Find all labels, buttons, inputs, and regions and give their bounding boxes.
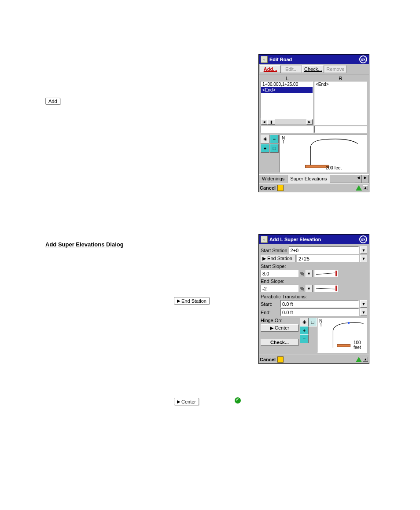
svg-rect-4	[337, 345, 350, 347]
parabolic-transitions-label: Parabolic Transitions:	[261, 294, 367, 299]
tab-scroll-right-icon[interactable]: ►	[362, 175, 369, 183]
end-slope-input[interactable]	[261, 285, 298, 292]
cancel-button[interactable]: Cancel	[260, 185, 276, 191]
svg-line-1	[316, 273, 335, 275]
window-title: Edit Road	[269, 57, 359, 62]
right-info-field	[314, 126, 367, 133]
svg-line-2	[316, 288, 335, 289]
scroll-right-icon[interactable]: ►	[306, 119, 313, 125]
scroll-thumb[interactable]: ▮	[267, 119, 275, 125]
scale-label: 100 feet	[354, 340, 367, 350]
left-info-field	[261, 126, 313, 133]
edit-button: Edit...	[281, 65, 302, 73]
start-station-label: Start Station	[261, 248, 287, 253]
end-slope-dropdown-icon[interactable]: ▼	[306, 285, 313, 292]
pt-end-label: End:	[261, 310, 279, 315]
zoom-tools: ✳ □ + −	[300, 318, 316, 353]
list-item[interactable]: <End>	[314, 81, 367, 87]
left-listbox[interactable]: 1+00.000,1+25.00 <End>	[261, 81, 313, 119]
list-item[interactable]: <End>	[261, 87, 313, 93]
edit-road-window: ⌂ Edit Road ok Add... Edit... Check... R…	[258, 54, 369, 192]
start-station-dropdown-icon[interactable]: ▼	[360, 246, 367, 254]
end-slope-label: End Slope:	[261, 279, 367, 284]
right-listbox[interactable]: <End>	[314, 81, 367, 125]
start-station-input[interactable]	[289, 246, 359, 254]
ok-button[interactable]: ok	[359, 55, 367, 63]
pt-end-dropdown-icon[interactable]: ▼	[360, 308, 367, 316]
warning-icon[interactable]	[356, 185, 362, 191]
check-button[interactable]: Check...	[261, 339, 298, 346]
start-slope-input[interactable]	[261, 270, 298, 277]
section-heading: Add Super Elevations Dialog	[45, 241, 124, 248]
ok-checkmark-icon	[235, 397, 241, 404]
percent-label: %	[300, 271, 304, 276]
add-button-doc: Add	[45, 98, 60, 105]
status-bar: Cancel ▲	[259, 355, 369, 363]
ok-button[interactable]: ok	[359, 235, 367, 243]
up-down-icon[interactable]: ▲	[363, 185, 368, 190]
system-icon[interactable]: ⌂	[261, 56, 268, 63]
list-item[interactable]: 1+00.000,1+25.00	[261, 81, 313, 87]
svg-point-3	[348, 322, 350, 324]
center-button-doc: ▶Center	[174, 398, 199, 405]
pt-start-dropdown-icon[interactable]: ▼	[360, 300, 367, 308]
scale-label: 200 feet	[326, 165, 342, 170]
toolbar: Add... Edit... Check... Remove	[259, 64, 369, 74]
end-station-input[interactable]	[297, 255, 359, 262]
zoom-window-icon[interactable]: □	[270, 144, 279, 153]
map-preview[interactable]: N↿ 200 feet	[280, 135, 367, 172]
left-scrollbar[interactable]: ◄ ▮ ►	[261, 119, 313, 125]
sun-icon[interactable]	[277, 356, 284, 363]
cancel-button[interactable]: Cancel	[260, 357, 276, 362]
zoom-tools: ✳ − + □	[261, 135, 279, 172]
hinge-on-button[interactable]: ▶ Center	[261, 324, 298, 332]
titlebar: ⌂ Add L Super Elevation ok	[259, 235, 369, 244]
zoom-extents-icon[interactable]: ✳	[300, 318, 309, 327]
pt-start-input[interactable]	[280, 300, 359, 308]
add-button[interactable]: Add...	[260, 65, 281, 73]
end-station-toggle[interactable]: ▶ End Station:	[261, 255, 295, 262]
remove-button: Remove	[324, 65, 346, 73]
svg-rect-0	[305, 165, 328, 168]
lr-header: L R	[261, 76, 367, 81]
zoom-extents-icon[interactable]: ✳	[261, 135, 269, 143]
tab-super-elevations[interactable]: Super Elevations	[287, 175, 330, 183]
left-header: L	[261, 76, 314, 81]
sun-icon[interactable]	[277, 185, 284, 191]
system-icon[interactable]: ⌂	[261, 236, 268, 243]
map-preview[interactable]: N↿ 100 feet	[317, 318, 367, 353]
check-button[interactable]: Check...	[302, 65, 324, 73]
window-title: Add L Super Elevation	[269, 237, 359, 242]
start-slope-preview	[314, 270, 338, 277]
zoom-out-icon[interactable]: −	[270, 135, 279, 143]
pt-start-label: Start:	[261, 301, 279, 307]
tabs: Widenings Super Elevations ◄ ►	[259, 174, 369, 183]
start-slope-dropdown-icon[interactable]: ▼	[306, 270, 313, 277]
scroll-left-icon[interactable]: ◄	[261, 119, 267, 125]
percent-label: %	[300, 286, 304, 291]
add-super-elevation-window: ⌂ Add L Super Elevation ok Start Station…	[258, 234, 369, 364]
zoom-out-icon[interactable]: −	[300, 334, 309, 343]
tab-scroll-left-icon[interactable]: ◄	[355, 175, 362, 183]
pt-end-input[interactable]	[280, 308, 359, 316]
tab-widenings[interactable]: Widenings	[259, 175, 287, 183]
end-slope-preview	[314, 285, 338, 292]
titlebar: ⌂ Edit Road ok	[259, 55, 369, 64]
end-station-button-doc: ▶End Station	[174, 297, 210, 305]
up-down-icon[interactable]: ▲	[363, 357, 368, 362]
right-header: R	[314, 76, 367, 81]
zoom-in-icon[interactable]: +	[300, 326, 309, 335]
zoom-in-icon[interactable]: +	[261, 144, 269, 153]
start-slope-label: Start Slope:	[261, 264, 367, 269]
hinge-on-label: Hinge On:	[261, 318, 298, 323]
end-station-dropdown-icon[interactable]: ▼	[360, 255, 367, 262]
warning-icon[interactable]	[356, 357, 362, 362]
status-bar: Cancel ▲	[259, 183, 369, 192]
zoom-window-icon[interactable]: □	[308, 318, 317, 327]
